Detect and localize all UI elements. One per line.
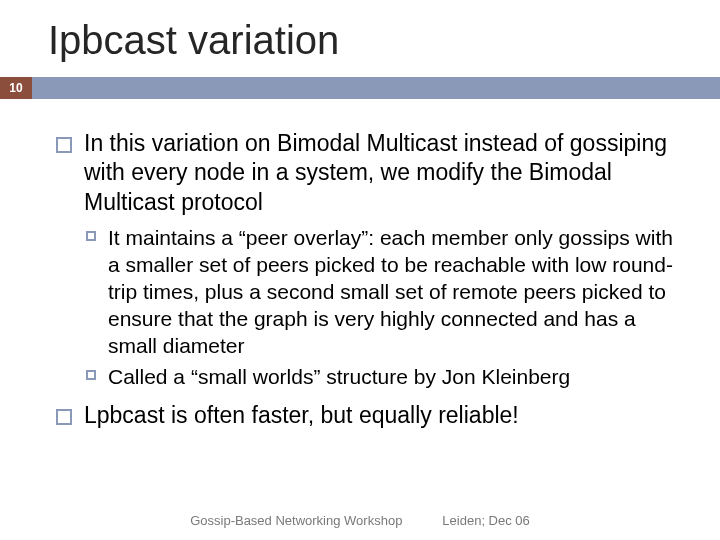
slide-footer: Gossip-Based Networking Workshop Leiden;… (0, 513, 720, 528)
bullet-text: Lpbcast is often faster, but equally rel… (84, 402, 519, 428)
divider-row: 10 (0, 77, 720, 99)
divider-bar (32, 77, 720, 99)
bullet-text: In this variation on Bimodal Multicast i… (84, 130, 667, 215)
bullet-level2: It maintains a “peer overlay”: each memb… (86, 225, 680, 359)
slide: Ipbcast variation 10 In this variation o… (0, 0, 720, 540)
bullet-level1: Lpbcast is often faster, but equally rel… (56, 401, 680, 430)
bullet-level1: In this variation on Bimodal Multicast i… (56, 129, 680, 217)
square-bullet-icon (86, 231, 96, 241)
slide-body: In this variation on Bimodal Multicast i… (0, 99, 720, 430)
bullet-level2: Called a “small worlds” structure by Jon… (86, 364, 680, 391)
slide-title: Ipbcast variation (0, 0, 720, 77)
page-number-badge: 10 (0, 77, 32, 99)
square-bullet-icon (86, 370, 96, 380)
bullet-text: Called a “small worlds” structure by Jon… (108, 365, 570, 388)
footer-left: Gossip-Based Networking Workshop (190, 513, 402, 528)
bullet-text: It maintains a “peer overlay”: each memb… (108, 226, 673, 357)
footer-right: Leiden; Dec 06 (442, 513, 529, 528)
